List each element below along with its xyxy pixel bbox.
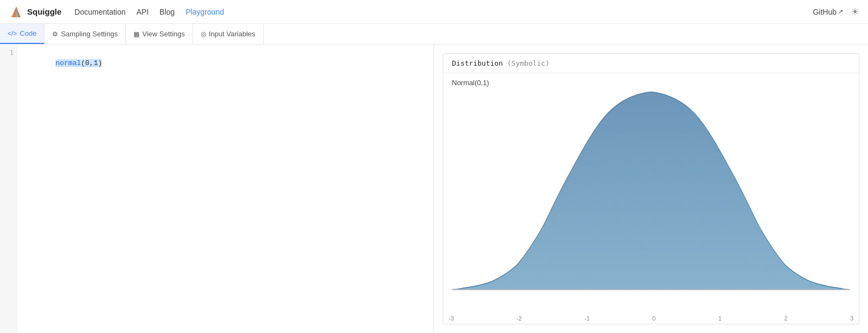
- code-editor[interactable]: normal(0,1): [17, 44, 433, 333]
- result-card: Distribution (Symbolic) Normal(0,1): [443, 53, 859, 324]
- logo-icon: [9, 4, 24, 20]
- nav-blog[interactable]: Blog: [159, 8, 175, 16]
- nav-playground[interactable]: Playground: [186, 8, 224, 16]
- theme-toggle-button[interactable]: ☀: [851, 6, 859, 18]
- tab-input-variables[interactable]: ◎ Input Variables: [193, 24, 264, 44]
- axis-label-1: 1: [718, 315, 722, 322]
- distribution-chart: [452, 89, 850, 310]
- result-header: Distribution (Symbolic): [443, 54, 859, 73]
- code-args: (0,1): [81, 59, 102, 67]
- x-axis-labels: -3 -2 -1 0 1 2 3: [443, 314, 859, 324]
- chart-area: [443, 89, 859, 314]
- tab-view-settings[interactable]: ▦ View Settings: [126, 24, 193, 44]
- brand-logo[interactable]: Squiggle: [9, 4, 61, 20]
- navbar: Squiggle Documentation API Blog Playgrou…: [0, 0, 868, 24]
- input-tab-icon: ◎: [201, 30, 206, 38]
- axis-label-2: 2: [784, 315, 787, 322]
- axis-label-neg3: -3: [449, 315, 454, 322]
- brand-name: Squiggle: [27, 7, 61, 16]
- output-panel: Distribution (Symbolic) Normal(0,1): [434, 44, 868, 333]
- tab-code[interactable]: </> Code: [0, 24, 44, 44]
- main-layout: 1 normal(0,1) Distribution (Symbolic) No…: [0, 44, 868, 333]
- code-line-1: normal(0,1): [22, 47, 429, 80]
- axis-label-neg2: -2: [516, 315, 522, 322]
- nav-documentation[interactable]: Documentation: [74, 8, 125, 16]
- code-tab-icon: </>: [8, 30, 17, 37]
- distribution-label: Distribution: [452, 59, 503, 67]
- github-link[interactable]: GitHub ↗: [813, 8, 843, 16]
- theme-icon: ☀: [851, 6, 859, 18]
- nav-api[interactable]: API: [137, 8, 149, 16]
- nav-links: Documentation API Blog Playground: [74, 8, 813, 16]
- distribution-type: (Symbolic): [503, 59, 550, 67]
- sampling-tab-icon: ⚙: [52, 30, 58, 38]
- external-link-icon: ↗: [838, 8, 843, 15]
- distribution-name: Normal(0,1): [443, 73, 859, 89]
- svg-marker-3: [11, 8, 16, 17]
- navbar-right: GitHub ↗ ☀: [813, 6, 859, 18]
- axis-label-0: 0: [652, 315, 655, 322]
- view-tab-icon: ▦: [133, 30, 139, 38]
- axis-label-3: 3: [850, 315, 853, 322]
- sampling-tab-label: Sampling Settings: [61, 30, 118, 38]
- editor-panel: 1 normal(0,1): [0, 44, 434, 333]
- toolbar: </> Code ⚙ Sampling Settings ▦ View Sett…: [0, 24, 868, 44]
- line-number-1: 1: [0, 47, 17, 59]
- code-tab-label: Code: [20, 29, 36, 37]
- github-label: GitHub: [813, 8, 837, 16]
- tab-sampling-settings[interactable]: ⚙ Sampling Settings: [44, 24, 126, 44]
- bell-curve-path: [452, 92, 850, 290]
- line-numbers: 1: [0, 44, 17, 333]
- code-function-name: normal: [55, 59, 81, 67]
- input-tab-label: Input Variables: [209, 30, 256, 38]
- axis-label-neg1: -1: [584, 315, 590, 322]
- view-tab-label: View Settings: [142, 30, 185, 38]
